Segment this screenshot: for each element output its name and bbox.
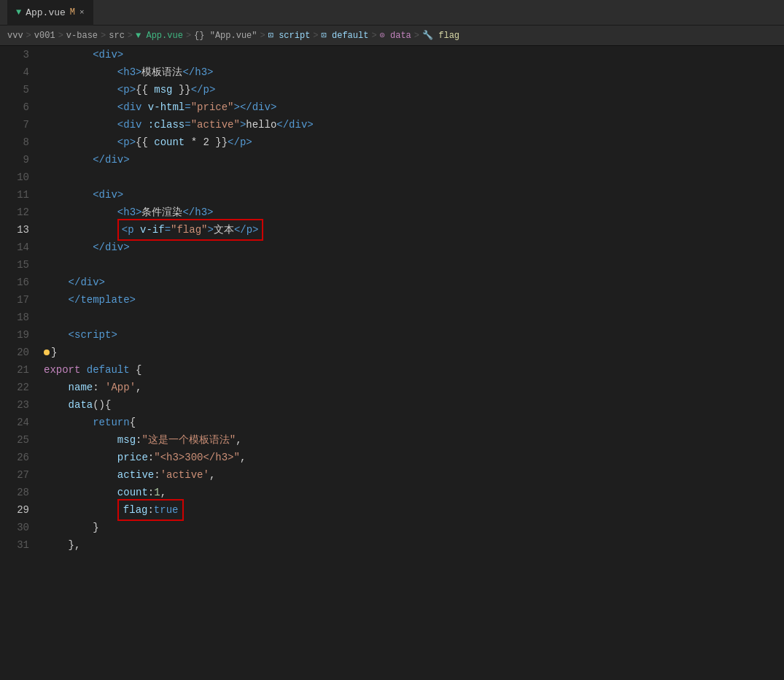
breadcrumb-script-obj: {} "App.vue" — [194, 31, 257, 41]
breadcrumb-flag: 🔧 flag — [422, 30, 459, 41]
code-line-6: <div v-html="price"></div> — [44, 98, 784, 116]
code-line-25: msg:"这是一个模板语法", — [44, 431, 784, 449]
title-bar: ▼ App.vue M × — [0, 0, 784, 26]
code-line-10 — [44, 169, 784, 186]
code-line-19: <script> — [44, 326, 784, 344]
tab-close-button[interactable]: × — [79, 8, 85, 17]
breadcrumb-data: ⊙ data — [380, 30, 411, 41]
code-line-26: price:"<h3>300</h3>", — [44, 449, 784, 466]
tab-modified: M — [70, 7, 75, 18]
breadcrumb-vvv: vvv — [7, 31, 23, 41]
tab-filename: App.vue — [26, 7, 66, 18]
breadcrumb: vvv > v001 > v-base > src > ▼ App.vue > … — [0, 26, 784, 46]
code-line-17: </template> — [44, 291, 784, 309]
breadcrumb-v001: v001 — [34, 31, 55, 41]
code-line-11: <div> — [44, 186, 784, 204]
editor-tab[interactable]: ▼ App.vue M × — [7, 0, 93, 26]
code-content: <div> <h3>模板语法</h3> <p>{{ msg }}</p> <di… — [38, 46, 784, 680]
code-line-3: <div> — [44, 46, 784, 63]
code-line-9: </div> — [44, 151, 784, 169]
code-line-18 — [44, 309, 784, 326]
code-line-14: </div> — [44, 239, 784, 256]
code-line-30: } — [44, 519, 784, 536]
code-line-29: flag:true — [44, 501, 784, 519]
code-area: 3 4 5 6 7 8 9 10 11 12 13 14 15 16 17 18… — [0, 46, 784, 680]
code-line-24: return{ — [44, 414, 784, 431]
breadcrumb-vbase: v-base — [66, 31, 98, 41]
code-line-21: export default { — [44, 361, 784, 379]
code-line-8: <p>{{ count * 2 }}</p> — [44, 134, 784, 151]
code-line-13: <p v-if="flag">文本</p> — [44, 221, 784, 239]
breadcrumb-script: ⊡ script — [268, 30, 311, 41]
code-line-16: </div> — [44, 274, 784, 291]
breadcrumb-default: ⊡ default — [322, 30, 369, 41]
breadcrumb-appvue: ▼ App.vue — [136, 31, 183, 41]
code-line-20: } — [44, 344, 784, 361]
code-line-4: <h3>模板语法</h3> — [44, 63, 784, 81]
code-line-7: <div :class="active">hello</div> — [44, 116, 784, 134]
vue-icon: ▼ — [16, 7, 21, 18]
code-line-31: }, — [44, 536, 784, 554]
code-line-5: <p>{{ msg }}</p> — [44, 81, 784, 98]
code-line-22: name: 'App', — [44, 379, 784, 396]
code-line-27: active:'active', — [44, 466, 784, 484]
code-line-15 — [44, 256, 784, 274]
code-line-23: data(){ — [44, 396, 784, 414]
line-numbers: 3 4 5 6 7 8 9 10 11 12 13 14 15 16 17 18… — [0, 46, 38, 680]
breadcrumb-src: src — [109, 31, 125, 41]
